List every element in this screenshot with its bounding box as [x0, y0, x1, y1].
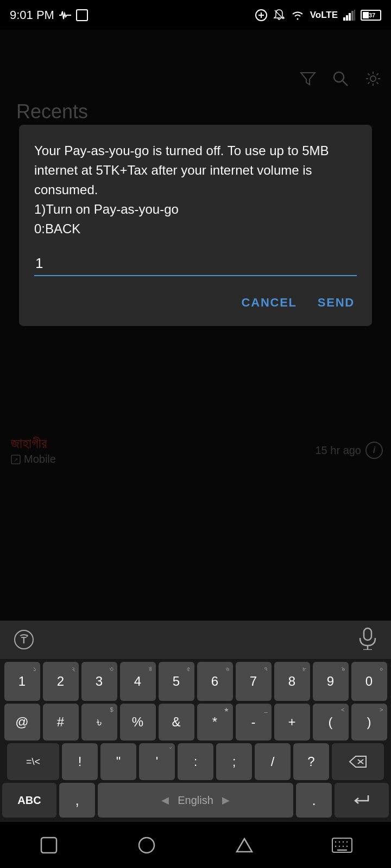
key-8[interactable]: ৮8: [274, 662, 310, 701]
signal-bars: [343, 10, 355, 21]
cancel-button[interactable]: CANCEL: [239, 291, 299, 314]
svg-rect-22: [41, 838, 56, 853]
left-arrow-icon: ◀: [161, 794, 169, 806]
key-colon[interactable]: :: [178, 743, 213, 780]
key-lparen[interactable]: <(: [313, 704, 349, 741]
nav-keyboard-button[interactable]: [327, 830, 357, 860]
status-bar: 9:01 PM VoLTE: [0, 0, 391, 30]
svg-text:T: T: [21, 636, 27, 645]
nav-back-button[interactable]: [34, 830, 64, 860]
nav-home-button[interactable]: [132, 830, 162, 860]
microphone-button[interactable]: [358, 627, 377, 652]
battery-indicator: 37: [361, 10, 381, 21]
refresh-t-icon: T: [14, 629, 34, 650]
add-circle-icon: [255, 9, 268, 22]
key-percent[interactable]: %: [120, 704, 156, 741]
symbol-row-2: =\< ! " ৺' : ; / ?: [2, 743, 389, 780]
key-4[interactable]: ৪4: [120, 662, 156, 701]
key-3[interactable]: ৩3: [81, 662, 117, 701]
status-icons-right: VoLTE 37: [255, 9, 381, 22]
svg-rect-4: [343, 17, 345, 21]
key-star[interactable]: ★*: [197, 704, 233, 741]
svg-point-23: [139, 838, 154, 853]
wifi-icon: [291, 9, 305, 21]
key-rparen[interactable]: >): [351, 704, 387, 741]
comma-key[interactable]: ,: [59, 783, 95, 818]
nav-recents-button[interactable]: [230, 830, 260, 860]
key-9[interactable]: ৯9: [313, 662, 349, 701]
key-at[interactable]: @: [4, 704, 40, 741]
key-slash[interactable]: /: [255, 743, 291, 780]
dialog-message: Your Pay-as-you-go is turned off. To use…: [34, 141, 357, 239]
backspace-key[interactable]: [332, 743, 384, 780]
keyboard-toolbar: T: [0, 621, 391, 659]
vitals-icon: [59, 9, 72, 21]
key-question[interactable]: ?: [293, 743, 329, 780]
svg-marker-24: [237, 839, 252, 852]
key-squote[interactable]: ৺': [139, 743, 175, 780]
triangle-icon: [235, 835, 254, 855]
abc-key[interactable]: ABC: [2, 783, 56, 818]
payg-dialog: Your Pay-as-you-go is turned off. To use…: [19, 125, 372, 326]
keyboard-icon: [331, 837, 353, 853]
keyboard: T ১1 ২2 ৩3 ৪4 ৫5 ৬6 ৭7 ৮8 ৯9 ০0: [0, 621, 391, 822]
key-6[interactable]: ৬6: [197, 662, 233, 701]
notification-icon: [273, 9, 285, 22]
svg-rect-6: [349, 13, 351, 21]
key-0[interactable]: ০0: [351, 662, 387, 701]
language-label: English: [178, 794, 213, 807]
status-time-area: 9:01 PM: [10, 8, 88, 22]
dialog-input[interactable]: [34, 252, 357, 276]
key-taka[interactable]: $৳: [81, 704, 117, 741]
key-7[interactable]: ৭7: [236, 662, 272, 701]
key-semicolon[interactable]: ;: [216, 743, 252, 780]
dialog-buttons: CANCEL SEND: [34, 291, 357, 314]
key-special-chars[interactable]: =\<: [7, 743, 59, 780]
dot-key[interactable]: .: [296, 783, 332, 818]
key-1[interactable]: ১1: [4, 662, 40, 701]
svg-rect-5: [346, 15, 348, 21]
status-white-box: [76, 9, 88, 21]
microphone-icon: [358, 627, 377, 650]
time-display: 9:01 PM: [10, 8, 54, 22]
key-minus[interactable]: _-: [236, 704, 272, 741]
backspace-icon: [349, 755, 367, 768]
lte-indicator: VoLTE: [310, 10, 338, 21]
space-key[interactable]: ◀ English ▶: [98, 783, 293, 818]
right-arrow-icon: ▶: [222, 794, 230, 806]
svg-rect-17: [364, 628, 371, 640]
key-dquote[interactable]: ": [100, 743, 136, 780]
key-5[interactable]: ৫5: [159, 662, 194, 701]
symbol-row-1: @ # $৳ % & ★* _- + <( >): [2, 704, 389, 741]
svg-rect-8: [354, 10, 355, 21]
enter-icon: [353, 793, 370, 807]
circle-icon: [137, 835, 156, 855]
send-button[interactable]: SEND: [316, 291, 357, 314]
key-2[interactable]: ২2: [43, 662, 79, 701]
bottom-row: ABC , ◀ English ▶ .: [2, 783, 389, 818]
keyboard-rows: ১1 ২2 ৩3 ৪4 ৫5 ৬6 ৭7 ৮8 ৯9 ০0 @ # $৳ % &…: [0, 659, 391, 822]
key-exclaim[interactable]: !: [62, 743, 98, 780]
keyboard-toolbar-left[interactable]: T: [14, 629, 34, 650]
nav-bar: [0, 822, 391, 868]
key-hash[interactable]: #: [43, 704, 79, 741]
key-amp[interactable]: &: [159, 704, 194, 741]
svg-rect-7: [351, 11, 354, 21]
enter-key[interactable]: [335, 783, 389, 818]
number-row: ১1 ২2 ৩3 ৪4 ৫5 ৬6 ৭7 ৮8 ৯9 ০0: [2, 662, 389, 701]
key-plus[interactable]: +: [274, 704, 310, 741]
battery-percent: 37: [363, 12, 381, 18]
square-icon: [39, 835, 59, 855]
